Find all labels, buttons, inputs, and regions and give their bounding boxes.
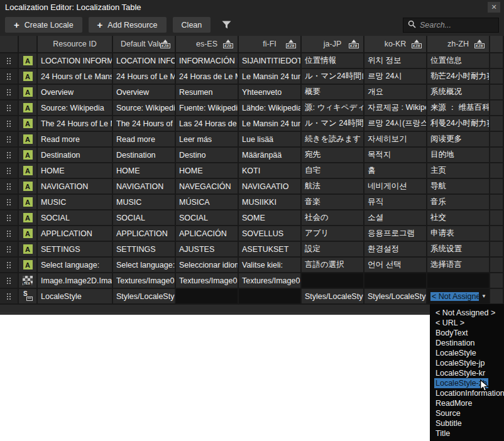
table-cell[interactable]: 宛先 bbox=[302, 148, 364, 163]
dropdown-item[interactable]: LocaleStyle-jp bbox=[434, 358, 504, 368]
table-cell[interactable]: APPLICATION bbox=[113, 226, 176, 242]
export-kzb-icon[interactable]: KZB bbox=[223, 40, 233, 48]
table-cell[interactable]: 자세히보기 bbox=[364, 132, 427, 148]
table-cell[interactable]: The 24 Hours of Le bbox=[113, 116, 176, 132]
table-cell[interactable]: Styles/LocaleStyle bbox=[113, 289, 176, 305]
table-cell[interactable]: 홈 bbox=[364, 163, 427, 179]
table-cell[interactable]: NAVIGAATIO bbox=[239, 179, 302, 195]
column-header-ja-jp[interactable]: ja-JPKZB bbox=[302, 36, 364, 53]
dropdown-item[interactable]: LocaleStyle-zh bbox=[434, 378, 504, 388]
dropdown-item[interactable]: < Not Assigned > bbox=[434, 308, 504, 318]
table-cell[interactable]: 音乐 bbox=[427, 195, 490, 210]
table-cell[interactable]: SOCIAL bbox=[176, 210, 239, 226]
column-header-fi-fi[interactable]: fi-FIKZB bbox=[239, 36, 302, 53]
drag-handle[interactable] bbox=[0, 226, 19, 242]
dropdown-item[interactable]: Title bbox=[434, 428, 504, 438]
table-cell[interactable]: 航法 bbox=[302, 179, 364, 195]
drag-handle[interactable] bbox=[0, 242, 19, 258]
table-cell[interactable]: Source: Wikipedia bbox=[38, 101, 113, 116]
table-cell[interactable]: Fuente: Wikipedia bbox=[176, 101, 239, 116]
table-cell[interactable]: Select language: bbox=[113, 258, 176, 273]
drag-handle[interactable] bbox=[0, 85, 19, 101]
table-cell[interactable]: 24 Hours of Le Mans bbox=[38, 69, 113, 85]
table-cell[interactable]: Le Mansin 24 tunnin bbox=[239, 69, 302, 85]
table-cell[interactable]: 개요 bbox=[364, 85, 427, 101]
table-cell[interactable]: Overview bbox=[38, 85, 113, 101]
table-cell[interactable]: 네비게이션 bbox=[364, 179, 427, 195]
column-header-es-es[interactable]: es-ESKZB bbox=[176, 36, 239, 53]
table-cell[interactable]: Overview bbox=[113, 85, 176, 101]
table-cell[interactable]: 系统概况 bbox=[427, 85, 490, 101]
table-cell[interactable]: MUSIC bbox=[113, 195, 176, 210]
table-cell[interactable]: MÚSICA bbox=[176, 195, 239, 210]
dropdown-item[interactable]: LocationInformation bbox=[434, 388, 504, 398]
table-cell[interactable]: 概要 bbox=[302, 85, 364, 101]
table-cell[interactable]: 申请表 bbox=[427, 226, 490, 242]
table-cell[interactable]: Resumen bbox=[176, 85, 239, 101]
table-cell[interactable]: Styles/LocaleStyle bbox=[302, 289, 364, 305]
table-cell[interactable]: NAVIGATION bbox=[113, 179, 176, 195]
search-input[interactable]: Search... bbox=[403, 18, 499, 33]
table-cell[interactable]: 언어 선택 bbox=[364, 258, 427, 273]
table-cell[interactable]: MUSIC bbox=[38, 195, 113, 210]
table-cell[interactable]: 자료제공 : Wikipedia bbox=[364, 101, 427, 116]
drag-handle[interactable] bbox=[0, 163, 19, 179]
table-cell[interactable]: 目的地 bbox=[427, 148, 490, 163]
table-cell[interactable]: 勒芒24小时耐力赛 bbox=[427, 69, 490, 85]
table-cell[interactable]: Styles/LocaleStyle bbox=[364, 289, 427, 305]
column-header-zh-zh[interactable]: zh-ZHKZB bbox=[427, 36, 490, 53]
table-cell[interactable]: APPLICATION bbox=[38, 226, 113, 242]
table-cell[interactable]: Lue lisää bbox=[239, 132, 302, 148]
table-cell[interactable]: LocaleStyle bbox=[38, 289, 113, 305]
table-cell[interactable]: 소셜 bbox=[364, 210, 427, 226]
table-cell[interactable]: Seleccionar idioma bbox=[176, 258, 239, 273]
table-cell[interactable]: ASETUKSET bbox=[239, 242, 302, 258]
dropdown-item[interactable]: BodyText bbox=[434, 328, 504, 338]
table-cell[interactable]: 阅读更多 bbox=[427, 132, 490, 148]
dropdown-item[interactable]: ReadMore bbox=[434, 398, 504, 408]
table-cell[interactable]: Source: Wikipedia bbox=[113, 101, 176, 116]
table-cell[interactable] bbox=[364, 273, 427, 289]
table-cell[interactable]: Yhteenveto bbox=[239, 85, 302, 101]
drag-handle[interactable] bbox=[0, 53, 19, 69]
drag-handle[interactable] bbox=[0, 258, 19, 273]
table-cell[interactable]: SOME bbox=[239, 210, 302, 226]
table-cell[interactable]: 言語の選択 bbox=[302, 258, 364, 273]
table-cell[interactable]: SETTINGS bbox=[38, 242, 113, 258]
add-resource-button[interactable]: + Add Resource bbox=[89, 17, 167, 33]
table-cell[interactable]: Leer más bbox=[176, 132, 239, 148]
table-cell[interactable]: AJUSTES bbox=[176, 242, 239, 258]
table-cell[interactable]: 르망 24시(프랑스 bbox=[364, 116, 427, 132]
table-cell[interactable]: 24 Horas de Le Mans bbox=[176, 69, 239, 85]
table-cell[interactable]: MUSIIKKI bbox=[239, 195, 302, 210]
column-header-ko-kr[interactable]: ko-KRKZB bbox=[364, 36, 427, 53]
table-cell[interactable]: アプリ bbox=[302, 226, 364, 242]
export-kzb-icon[interactable]: KZB bbox=[349, 40, 359, 48]
table-cell[interactable]: SIJAINTITIEDOT bbox=[239, 53, 302, 69]
drag-handle[interactable] bbox=[0, 132, 19, 148]
drag-handle[interactable] bbox=[0, 116, 19, 132]
dropdown-item[interactable]: Subtitle bbox=[434, 418, 504, 428]
table-cell[interactable]: LOCATION INFORM bbox=[113, 53, 176, 69]
dropdown-item[interactable]: LocaleStyle-kr bbox=[434, 368, 504, 378]
table-cell[interactable]: 社交 bbox=[427, 210, 490, 226]
table-cell[interactable] bbox=[176, 289, 239, 305]
table-cell[interactable]: 自宅 bbox=[302, 163, 364, 179]
table-cell[interactable]: Destino bbox=[176, 148, 239, 163]
table-cell[interactable]: 르망 24시 bbox=[364, 69, 427, 85]
table-cell[interactable]: SOCIAL bbox=[113, 210, 176, 226]
table-cell[interactable]: Image.Image2D.Imag bbox=[38, 273, 113, 289]
dropdown-item[interactable]: Source bbox=[434, 408, 504, 418]
drag-handle[interactable] bbox=[0, 148, 19, 163]
table-cell[interactable]: INFORMACIÓN D bbox=[176, 53, 239, 69]
clean-button[interactable]: Clean bbox=[173, 17, 211, 33]
column-header-default-value[interactable]: Default ValueKZB bbox=[113, 36, 176, 53]
dropdown-item[interactable]: LocaleStyle bbox=[434, 348, 504, 358]
table-cell[interactable]: Textures/Image01 bbox=[113, 273, 176, 289]
table-cell[interactable]: ル・マン24時間レース bbox=[302, 69, 364, 85]
table-cell[interactable]: NAVIGATION bbox=[38, 179, 113, 195]
chevron-down-icon[interactable]: ▼ bbox=[481, 293, 486, 299]
table-cell[interactable]: HOME bbox=[113, 163, 176, 179]
table-cell[interactable]: 목적지 bbox=[364, 148, 427, 163]
table-cell[interactable]: LOCATION INFORMATI bbox=[38, 53, 113, 69]
